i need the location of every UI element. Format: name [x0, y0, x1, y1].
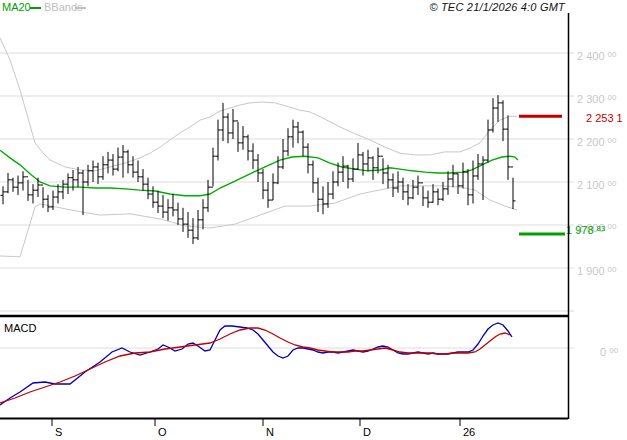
macd-panel-label: MACD: [4, 322, 36, 334]
price-chart-canvas: 2 400 002 300 002 200 002 100 002 000 00…: [0, 0, 627, 440]
month-label: N: [266, 426, 274, 438]
month-label: 26: [463, 426, 475, 438]
ma20-legend-swatch: [30, 7, 41, 9]
macd-signal-line: [0, 328, 510, 403]
stock-chart-screen: 2 400 002 300 002 200 002 100 002 000 00…: [0, 0, 627, 440]
copyright-timestamp-label: © TEC 21/1/2026 4:0 GMT: [429, 1, 565, 13]
bollinger-lower-line: [0, 186, 517, 257]
price-axis-label: 1 900 00: [577, 265, 617, 277]
macd-line: [0, 323, 512, 405]
price-axis-label: 2 400 00: [577, 50, 617, 62]
bollinger-upper-line: [0, 38, 517, 171]
macd-zero-label: 0 00: [600, 346, 619, 358]
ma20-legend-label: MA20: [2, 1, 31, 13]
resistance-price-label: 2 253 1: [586, 112, 623, 124]
month-label: D: [363, 426, 371, 438]
month-label: S: [55, 426, 62, 438]
bbands-legend-swatch: [75, 7, 86, 9]
price-axis-label: 2 200 00: [577, 136, 617, 148]
month-label: O: [158, 426, 167, 438]
price-axis-label: 2 100 00: [577, 179, 617, 191]
price-axis-label: 2 300 00: [577, 93, 617, 105]
support-price-label: 1 978 83: [566, 224, 606, 236]
